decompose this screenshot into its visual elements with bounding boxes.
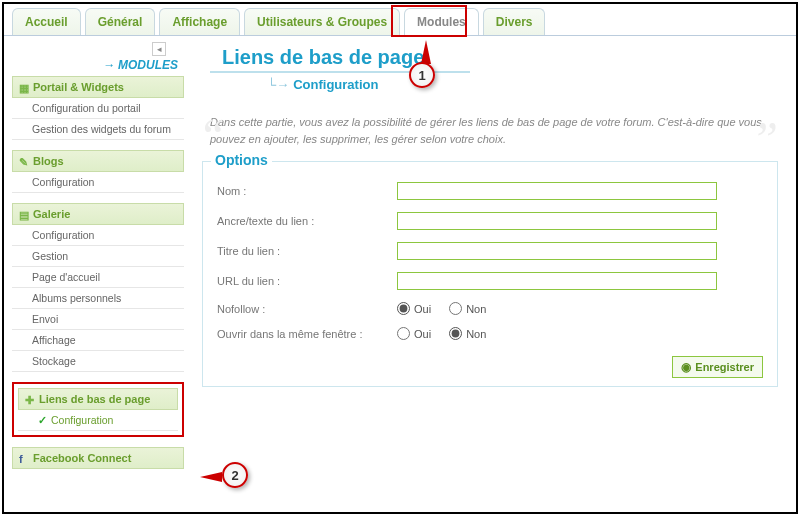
input-titre[interactable] [397,242,717,260]
check-circle-icon: ◉ [681,360,691,374]
sidebar-title-galerie-label: Galerie [33,208,70,220]
sidebar-title-portail-label: Portail & Widgets [33,81,124,93]
label-nofollow: Nofollow : [217,303,397,315]
label-samewin: Ouvrir dans la même fenêtre : [217,328,397,340]
input-ancre[interactable] [397,212,717,230]
sidebar-item-galerie-stockage[interactable]: Stockage [12,351,184,372]
sidebar-title-blogs-label: Blogs [33,155,64,167]
radio-non-label: Non [466,303,486,315]
radio-samewin: Oui Non [397,327,486,340]
options-panel: Options Nom : Ancre/texte du lien : Titr… [202,161,778,387]
collapse-icon[interactable]: ◂ [152,42,166,56]
sidebar-item-galerie-gestion[interactable]: Gestion [12,246,184,267]
sidebar-title-portail[interactable]: ▦Portail & Widgets [12,76,184,98]
tab-modules[interactable]: Modules [404,8,479,35]
sidebar-header: MODULES [12,58,184,72]
title-underline [210,71,470,73]
facebook-icon: f [19,453,29,463]
sidebar-title-fb-label: Facebook Connect [33,452,131,464]
label-ancre: Ancre/texte du lien : [217,215,397,227]
arrow-icon: └→ [267,77,289,92]
sidebar-item-galerie-affichage[interactable]: Affichage [12,330,184,351]
sidebar-group-galerie: ▤Galerie Configuration Gestion Page d'ac… [12,203,184,372]
link-icon: ✚ [25,394,35,404]
blog-icon: ✎ [19,156,29,166]
page-title: Liens de bas de page [222,46,778,69]
sidebar-title-fb[interactable]: fFacebook Connect [12,447,184,469]
sidebar-item-galerie-config[interactable]: Configuration [12,225,184,246]
sidebar-group-fb: fFacebook Connect [12,447,184,469]
radio-samewin-non[interactable]: Non [449,327,486,340]
gallery-icon: ▤ [19,209,29,219]
input-url[interactable] [397,272,717,290]
sidebar-title-liens-label: Liens de bas de page [39,393,150,405]
sidebar-item-portail-config[interactable]: Configuration du portail [12,98,184,119]
tab-users[interactable]: Utilisateurs & Groupes [244,8,400,35]
sidebar-item-liens-config[interactable]: ✓Configuration [18,410,178,431]
radio-nofollow-oui[interactable]: Oui [397,302,431,315]
sidebar-item-galerie-accueil[interactable]: Page d'accueil [12,267,184,288]
tab-divers[interactable]: Divers [483,8,546,35]
radio-nofollow-non[interactable]: Non [449,302,486,315]
save-button[interactable]: ◉Enregistrer [672,356,763,378]
sidebar-group-blogs: ✎Blogs Configuration [12,150,184,193]
tab-affichage[interactable]: Affichage [159,8,240,35]
sidebar-item-portail-widgets[interactable]: Gestion des widgets du forum [12,119,184,140]
radio-nofollow: Oui Non [397,302,486,315]
page-subtitle-text: Configuration [293,77,378,92]
sidebar-title-galerie[interactable]: ▤Galerie [12,203,184,225]
tab-accueil[interactable]: Accueil [12,8,81,35]
radio-samewin-oui[interactable]: Oui [397,327,431,340]
sidebar-title-blogs[interactable]: ✎Blogs [12,150,184,172]
label-url: URL du lien : [217,275,397,287]
tab-general[interactable]: Général [85,8,156,35]
save-button-label: Enregistrer [695,361,754,373]
page-subtitle: └→Configuration [267,77,778,92]
options-title: Options [211,152,272,168]
sidebar-group-portail: ▦Portail & Widgets Configuration du port… [12,76,184,140]
radio-oui-label2: Oui [414,328,431,340]
sidebar-item-blogs-config[interactable]: Configuration [12,172,184,193]
sidebar-group-liens: ✚Liens de bas de page ✓Configuration [12,382,184,437]
portal-icon: ▦ [19,82,29,92]
top-tabs: Accueil Général Affichage Utilisateurs &… [4,4,796,36]
check-icon: ✓ [38,414,47,426]
page-description-text: Dans cette partie, vous avez la possibil… [210,116,762,145]
sidebar-item-galerie-envoi[interactable]: Envoi [12,309,184,330]
input-nom[interactable] [397,182,717,200]
sidebar-item-liens-config-label: Configuration [51,414,113,426]
sidebar-title-liens[interactable]: ✚Liens de bas de page [18,388,178,410]
main-content: Liens de bas de page └→Configuration “ D… [184,36,796,510]
radio-oui-label: Oui [414,303,431,315]
label-titre: Titre du lien : [217,245,397,257]
radio-non-label2: Non [466,328,486,340]
label-nom: Nom : [217,185,397,197]
page-description: “ Dans cette partie, vous avez la possib… [210,114,772,147]
sidebar-item-galerie-albums[interactable]: Albums personnels [12,288,184,309]
sidebar: ◂ MODULES ▦Portail & Widgets Configurati… [4,36,184,510]
